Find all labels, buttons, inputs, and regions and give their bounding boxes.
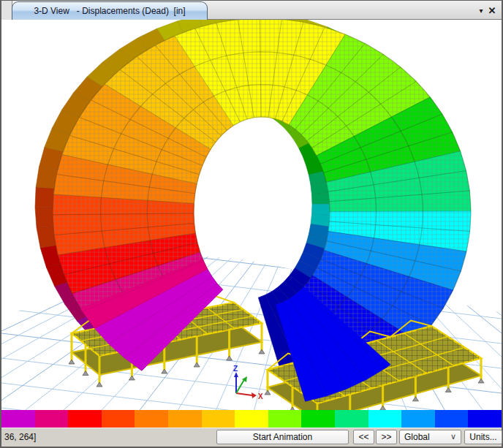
legend-color-cell xyxy=(368,410,402,428)
legend-color-cell xyxy=(102,410,135,428)
coordinate-system-dropdown[interactable]: Global ∨ xyxy=(399,430,461,444)
units-button[interactable]: Units... xyxy=(464,430,502,444)
axes-triad: ZX xyxy=(233,365,263,400)
view-tab-title: 3-D View - Displacements (Dead) [in] xyxy=(34,6,185,16)
legend-color-cell xyxy=(202,410,235,428)
step-forward-button[interactable]: >> xyxy=(376,430,397,444)
window-menu-arrow-icon[interactable]: ▾ xyxy=(475,1,487,20)
start-animation-button[interactable]: Start Animation xyxy=(216,430,349,444)
legend-color-cell xyxy=(35,410,69,428)
close-icon[interactable]: ✕ xyxy=(486,1,498,20)
legend-color-cell xyxy=(468,410,502,428)
titlebar-corner-box xyxy=(1,1,12,20)
legend-color-cell xyxy=(268,410,302,428)
sap2000-view-window: 3-D View - Displacements (Dead) [in] ▾ ✕… xyxy=(0,0,503,448)
legend-color-cell xyxy=(235,410,268,428)
view-tab[interactable]: 3-D View - Displacements (Dead) [in] xyxy=(12,1,208,20)
legend-color-cell xyxy=(335,410,368,428)
3d-view[interactable]: ZX xyxy=(1,20,502,410)
displacement-legend-colorbar xyxy=(1,410,502,428)
legend-color-cell xyxy=(301,410,335,428)
status-bar: 36, 264] Start Animation << >> Global ∨ … xyxy=(1,428,502,447)
legend-color-cell xyxy=(1,410,35,428)
window-titlebar: 3-D View - Displacements (Dead) [in] ▾ ✕ xyxy=(1,1,502,20)
legend-color-cell xyxy=(401,410,435,428)
legend-color-cell xyxy=(435,410,469,428)
z-axis-label: Z xyxy=(233,365,238,373)
legend-color-cell xyxy=(168,410,202,428)
legend-color-cell xyxy=(135,410,168,428)
3d-scene-svg: ZX xyxy=(1,20,502,410)
cursor-coordinates: 36, 264] xyxy=(3,428,36,447)
x-axis-label: X xyxy=(258,392,263,400)
step-back-button[interactable]: << xyxy=(353,430,374,444)
chevron-down-icon: ∨ xyxy=(450,432,456,441)
legend-color-cell xyxy=(68,410,102,428)
